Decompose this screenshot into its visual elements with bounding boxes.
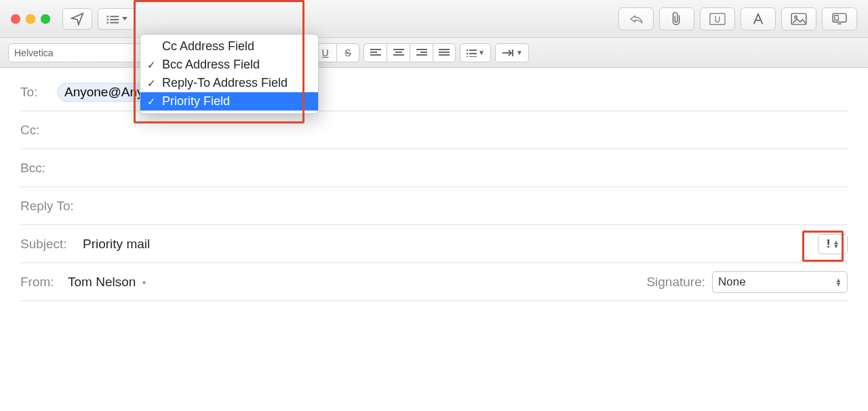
svg-point-8 [795, 16, 797, 18]
minimize-window-button[interactable] [26, 14, 35, 24]
priority-selector[interactable]: ! ▲▼ [818, 234, 848, 254]
chevron-down-icon: ▼ [478, 49, 485, 56]
svg-point-17 [467, 56, 469, 56]
align-center-icon [393, 49, 404, 57]
signature-value: None [718, 275, 746, 289]
align-center-button[interactable] [387, 43, 410, 62]
svg-rect-3 [110, 19, 119, 20]
svg-rect-16 [469, 53, 477, 54]
chevron-down-icon: ▼ [516, 49, 523, 56]
stepper-icon: ▲▼ [833, 240, 839, 248]
alignment-group [363, 43, 456, 62]
paperclip-icon [670, 12, 684, 26]
menu-item-label: Cc Address Field [162, 39, 254, 54]
compose-headers: To: Anyone@Anywhere Cc: Bcc: Reply To: S… [0, 68, 868, 301]
markup-attach-button[interactable] [700, 7, 735, 31]
reply-to-row: Reply To: [20, 187, 848, 225]
menu-item-label: Priority Field [162, 94, 230, 109]
header-fields-button[interactable] [98, 8, 136, 30]
emoji-button[interactable] [822, 7, 857, 31]
toolbar-right-group [618, 7, 861, 31]
priority-symbol: ! [827, 237, 831, 251]
photo-browser-button[interactable] [781, 7, 816, 31]
reply-button[interactable] [618, 7, 654, 31]
character-viewer-icon [832, 13, 847, 25]
from-row: From: Tom Nelson ▾ Signature: None ▲▼ [20, 263, 848, 301]
align-right-button[interactable] [410, 43, 433, 62]
align-justify-icon [439, 49, 450, 57]
list-bullets-icon [466, 49, 477, 57]
svg-rect-18 [469, 56, 477, 57]
svg-point-13 [467, 49, 469, 51]
svg-point-4 [106, 22, 108, 24]
reply-to-label: Reply To: [20, 199, 83, 214]
indent-button[interactable]: ▼ [495, 43, 529, 62]
window-controls [11, 14, 50, 24]
from-value: Tom Nelson [68, 275, 136, 289]
paper-plane-icon [70, 12, 85, 26]
from-label: From: [20, 275, 68, 290]
indent-icon [501, 49, 515, 57]
chevron-down-icon: ▾ [142, 279, 146, 286]
align-left-icon [370, 49, 381, 57]
send-button[interactable] [62, 8, 92, 30]
svg-rect-1 [110, 16, 119, 17]
svg-rect-10 [835, 15, 838, 20]
align-right-icon [416, 49, 427, 57]
zoom-window-button[interactable] [41, 14, 50, 24]
font-family-value: Helvetica [14, 47, 54, 58]
check-icon: ✓ [147, 96, 162, 108]
signature-label: Signature: [646, 275, 705, 290]
reply-arrow-icon [629, 14, 644, 24]
to-label: To: [20, 85, 57, 100]
subject-value: Priority mail [83, 237, 150, 251]
bcc-label: Bcc: [20, 161, 57, 176]
cc-row: Cc: [20, 111, 848, 149]
header-fields-menu: Cc Address Field ✓ Bcc Address Field ✓ R… [140, 34, 319, 114]
chevron-down-icon [122, 17, 127, 20]
svg-point-0 [106, 16, 108, 18]
menu-item-bcc[interactable]: ✓ Bcc Address Field [140, 56, 318, 74]
strikethrough-button[interactable]: S [336, 43, 359, 62]
stepper-icon: ▲▼ [835, 278, 842, 286]
attach-button[interactable] [659, 7, 694, 31]
annotate-icon [709, 12, 726, 26]
menu-item-reply-to[interactable]: ✓ Reply-To Address Field [140, 74, 318, 92]
svg-point-2 [106, 18, 108, 20]
menu-item-cc[interactable]: Cc Address Field [140, 37, 318, 56]
photos-icon [791, 13, 807, 25]
check-icon: ✓ [147, 59, 162, 71]
svg-point-15 [467, 52, 469, 54]
from-field[interactable]: Tom Nelson ▾ [68, 275, 646, 290]
cc-label: Cc: [20, 123, 57, 138]
svg-rect-14 [469, 50, 477, 51]
align-justify-button[interactable] [433, 43, 456, 62]
bcc-row: Bcc: [20, 149, 848, 187]
format-button[interactable] [741, 7, 776, 31]
svg-rect-5 [110, 22, 119, 23]
menu-item-label: Bcc Address Field [162, 58, 260, 72]
svg-rect-6 [710, 13, 725, 24]
list-style-button[interactable]: ▼ [460, 43, 491, 62]
list-icon [106, 14, 119, 24]
menu-item-label: Reply-To Address Field [162, 76, 288, 90]
check-icon: ✓ [147, 77, 162, 90]
subject-label: Subject: [20, 237, 83, 252]
menu-item-priority[interactable]: ✓ Priority Field [140, 92, 318, 111]
align-left-button[interactable] [363, 43, 387, 62]
format-bar: Helvetica ▲▼ 12 ▲▼ B I U S [0, 38, 868, 68]
signature-select[interactable]: None ▲▼ [712, 271, 848, 293]
titlebar [0, 0, 868, 38]
subject-row: Subject: Priority mail ! ▲▼ [20, 225, 848, 263]
subject-field[interactable]: Priority mail [83, 237, 818, 252]
close-window-button[interactable] [11, 14, 20, 24]
letter-a-icon [751, 12, 765, 26]
